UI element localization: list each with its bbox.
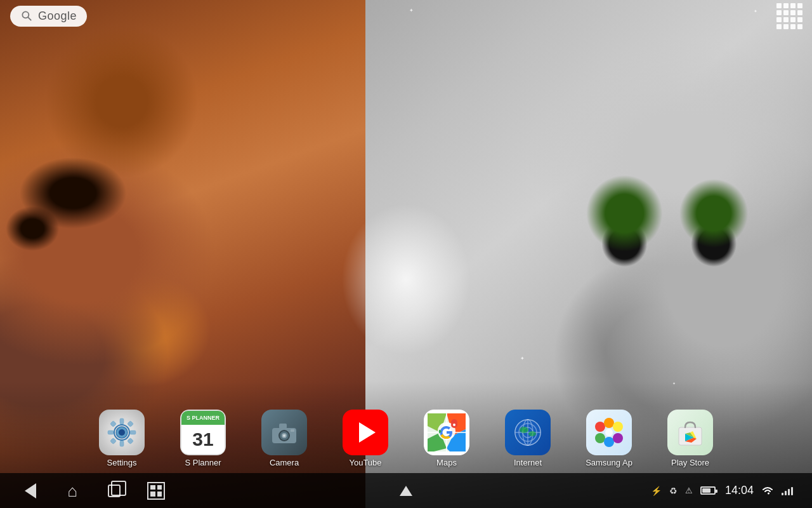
- svg-rect-10: [110, 438, 117, 444]
- google-text: Google: [38, 10, 77, 23]
- samsung-apps-icon-bg: [586, 410, 632, 455]
- svg-rect-11: [128, 438, 134, 444]
- youtube-icon-bg: [343, 410, 388, 455]
- splanner-icon: S Planner 31: [180, 410, 226, 455]
- status-time: 14:04: [725, 484, 754, 497]
- maps-icon: [424, 410, 469, 455]
- sparkle-4: ✦: [672, 381, 676, 385]
- warning-icon: ⚠: [685, 486, 693, 495]
- svg-point-42: [613, 422, 623, 432]
- gear-icon: [105, 416, 138, 449]
- recent-apps-button[interactable]: [103, 479, 126, 502]
- wifi-icon: [761, 486, 774, 496]
- signal-bars-icon: [782, 486, 793, 495]
- battery-fill: [702, 488, 710, 493]
- app-internet[interactable]: Internet: [487, 404, 568, 472]
- samsung-apps-label: Samsung Ap: [586, 458, 632, 467]
- svg-point-45: [613, 433, 623, 443]
- sparkle-3: ✦: [520, 356, 525, 361]
- splanner-date: 31: [181, 425, 225, 454]
- search-icon: [20, 10, 33, 22]
- svg-point-3: [119, 429, 125, 436]
- splanner-label: S Planner: [185, 458, 221, 467]
- samsung-apps-svg: [591, 414, 627, 451]
- internet-icon: [505, 410, 551, 455]
- app-splanner[interactable]: S Planner 31 S Planner: [162, 404, 244, 472]
- usb-icon: ⚡: [651, 486, 662, 496]
- play-store-label: Play Store: [671, 458, 709, 467]
- svg-rect-6: [108, 431, 114, 434]
- splanner-icon-inner: S Planner 31: [180, 410, 226, 455]
- camera-icon-bg: [261, 410, 307, 455]
- svg-rect-9: [128, 420, 134, 427]
- maps-svg-icon: [428, 413, 466, 451]
- google-search-bar[interactable]: Google: [10, 6, 87, 27]
- svg-point-44: [604, 437, 614, 447]
- svg-line-1: [28, 17, 31, 20]
- home-icon: ⌂: [67, 483, 77, 499]
- svg-point-29: [453, 424, 455, 426]
- screenshot-button[interactable]: [145, 479, 167, 502]
- app-youtube[interactable]: YouTube: [325, 404, 406, 472]
- splanner-month: S Planner: [181, 411, 225, 425]
- svg-point-38: [528, 431, 536, 436]
- up-button[interactable]: [395, 479, 417, 502]
- svg-point-43: [595, 433, 605, 443]
- play-store-icon: [667, 410, 713, 455]
- home-button[interactable]: ⌂: [61, 479, 84, 502]
- app-samsung-apps[interactable]: Samsung Ap: [568, 404, 650, 472]
- recycle-icon: ♻: [669, 486, 678, 496]
- back-button[interactable]: [19, 479, 42, 502]
- top-bar: Google: [0, 0, 812, 32]
- maps-label: Maps: [436, 458, 457, 467]
- settings-icon: [99, 410, 145, 455]
- nav-status-area: ⚡ ♻ ⚠ 14:04: [651, 484, 793, 497]
- svg-point-41: [604, 418, 614, 428]
- svg-rect-5: [120, 441, 124, 446]
- battery-icon: [700, 486, 716, 495]
- svg-point-39: [523, 429, 525, 431]
- recent-apps-icon: [108, 485, 121, 497]
- svg-rect-19: [291, 429, 294, 432]
- svg-rect-7: [130, 431, 136, 434]
- back-icon: [25, 483, 36, 498]
- dock: Settings S Planner 31 S Planner: [0, 403, 812, 473]
- internet-icon-bg: [505, 410, 551, 455]
- grid-dots-icon: [776, 3, 802, 29]
- internet-svg-icon: [511, 416, 544, 449]
- app-maps[interactable]: Maps: [406, 404, 487, 472]
- youtube-icon: [343, 410, 388, 455]
- svg-point-46: [605, 429, 613, 436]
- svg-rect-4: [120, 418, 124, 424]
- youtube-play-icon: [359, 422, 376, 443]
- settings-label: Settings: [107, 458, 137, 467]
- wallpaper-center: [341, 203, 471, 356]
- maps-icon-bg: [424, 410, 469, 455]
- svg-point-17: [283, 434, 285, 437]
- internet-label: Internet: [514, 458, 542, 467]
- nav-left: ⌂: [19, 479, 167, 502]
- svg-point-36: [515, 420, 540, 445]
- play-store-svg: [674, 416, 707, 449]
- samsung-apps-icon: [586, 410, 632, 455]
- svg-rect-18: [279, 424, 287, 429]
- svg-point-40: [595, 422, 605, 432]
- up-arrow-icon: [400, 486, 412, 496]
- youtube-label: YouTube: [349, 458, 381, 467]
- play-store-icon-bg: [667, 410, 713, 455]
- app-play-store[interactable]: Play Store: [650, 404, 731, 472]
- camera-svg-icon: [270, 420, 299, 445]
- app-camera[interactable]: Camera: [244, 404, 325, 472]
- nav-bar: ⌂ ⚡ ♻ ⚠ 14:04: [0, 473, 812, 508]
- screenshot-icon: [147, 482, 165, 500]
- app-settings[interactable]: Settings: [81, 404, 162, 472]
- nav-center: [395, 479, 417, 502]
- apps-grid-button[interactable]: [776, 3, 802, 29]
- camera-icon: [261, 410, 307, 455]
- svg-rect-8: [110, 420, 117, 427]
- camera-label: Camera: [270, 458, 299, 467]
